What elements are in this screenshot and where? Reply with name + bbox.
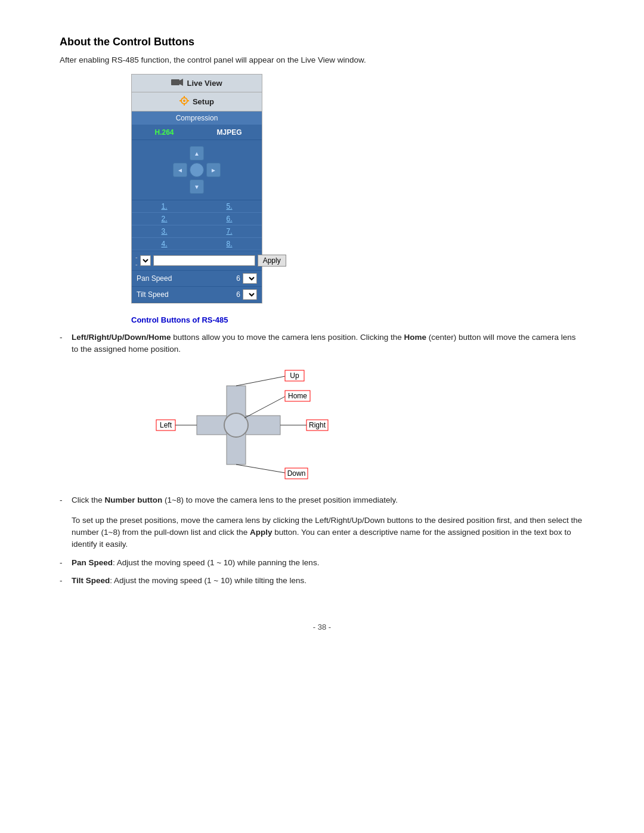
pan-speed-value: 6 — [236, 274, 240, 283]
preset-6[interactable]: 6. — [197, 213, 262, 225]
mjpeg-codec: MJPEG — [197, 125, 262, 140]
svg-line-11 — [236, 376, 285, 386]
bullet-dash-1: - — [60, 332, 72, 356]
caption: Control Buttons of RS-485 — [131, 315, 584, 324]
preset-8[interactable]: 8. — [197, 238, 262, 250]
live-view-row: Live View — [132, 75, 262, 92]
svg-rect-0 — [171, 79, 179, 85]
compression-label: Compression — [132, 112, 262, 125]
svg-point-10 — [224, 413, 248, 437]
dpad-control: ▲ ▼ ◄ ► — [173, 146, 221, 194]
svg-text:Home: Home — [288, 392, 307, 400]
apply-dash: -- — [135, 253, 138, 268]
live-view-icon — [171, 78, 183, 88]
pan-speed-row: Pan Speed 6 ▼ — [132, 271, 262, 287]
preset-7[interactable]: 7. — [197, 225, 262, 238]
svg-text:Right: Right — [309, 421, 326, 429]
home-button[interactable] — [190, 163, 204, 177]
preset-2[interactable]: 2. — [132, 213, 197, 225]
setup-row: Setup — [132, 92, 262, 112]
bullet-dash-tilt: - — [60, 575, 72, 587]
tilt-speed-value: 6 — [236, 290, 240, 299]
dpad-panel: ▲ ▼ ◄ ► — [132, 140, 262, 200]
svg-point-3 — [183, 100, 185, 102]
bullet-content-pan: Pan Speed: Adjust the moving speed (1 ~ … — [72, 557, 584, 569]
tilt-speed-row: Tilt Speed 6 ▼ — [132, 287, 262, 303]
dpad-diagram: Up Home Left Right Down — [155, 366, 322, 485]
down-button[interactable]: ▼ — [190, 179, 204, 194]
bullet-section-3: - Pan Speed: Adjust the moving speed (1 … — [60, 557, 584, 587]
pan-speed-select[interactable]: ▼ — [243, 273, 257, 284]
control-panel-ui: Live View Setup Compression H.264 MJPEG — [131, 74, 262, 304]
preset-numbers: 1. 5. 2. 6. 3. 7. 4. 8. — [132, 200, 262, 251]
bullet-dash-pan: - — [60, 557, 72, 569]
page-number: - 38 - — [60, 623, 584, 631]
bullet-item-1: - Left/Right/Up/Down/Home buttons allow … — [60, 332, 584, 356]
preset-3[interactable]: 3. — [132, 225, 197, 238]
svg-text:Down: Down — [287, 469, 306, 478]
bullet-dash-2: - — [60, 494, 72, 506]
right-button[interactable]: ► — [206, 163, 221, 177]
bullet-content-tilt: Tilt Speed: Adjust the moving speed (1 ~… — [72, 575, 584, 587]
preset-5[interactable]: 5. — [197, 200, 262, 213]
preset-name-input[interactable] — [153, 255, 255, 266]
intro-text: After enabling RS-485 function, the cont… — [60, 55, 584, 64]
svg-text:Up: Up — [290, 371, 299, 380]
apply-button[interactable]: Apply — [258, 255, 286, 267]
bullet-content-2: Click the Number button (1~8) to move th… — [72, 494, 584, 506]
svg-marker-1 — [179, 79, 183, 86]
control-panel-image: Live View Setup Compression H.264 MJPEG — [60, 74, 584, 304]
apply-row: -- ▼ Apply — [132, 251, 262, 271]
setup-icon — [179, 96, 189, 107]
preset-select[interactable]: ▼ — [140, 255, 151, 266]
bullet-section-1: - Left/Right/Up/Down/Home buttons allow … — [60, 332, 584, 356]
section-title: About the Control Buttons — [60, 36, 584, 48]
tilt-speed-label: Tilt Speed — [137, 290, 236, 299]
indent-paragraph: To set up the preset positions, move the… — [72, 515, 584, 551]
dpad-diagram-svg: Up Home Left Right Down — [155, 366, 346, 485]
bullet-item-tilt: - Tilt Speed: Adjust the moving speed (1… — [60, 575, 584, 587]
live-view-label: Live View — [187, 79, 222, 88]
svg-line-15 — [236, 465, 285, 473]
left-button[interactable]: ◄ — [173, 163, 187, 177]
up-button[interactable]: ▲ — [190, 146, 204, 160]
codec-row: H.264 MJPEG — [132, 125, 262, 140]
svg-line-12 — [244, 397, 285, 418]
bullet-item-pan: - Pan Speed: Adjust the moving speed (1 … — [60, 557, 584, 569]
pan-speed-label: Pan Speed — [137, 274, 236, 283]
svg-text:Left: Left — [160, 421, 172, 429]
bullet-section-2: - Click the Number button (1~8) to move … — [60, 494, 584, 506]
preset-4[interactable]: 4. — [132, 238, 197, 250]
h264-codec: H.264 — [132, 125, 197, 140]
bullet-content-1: Left/Right/Up/Down/Home buttons allow yo… — [72, 332, 584, 356]
tilt-speed-select[interactable]: ▼ — [243, 289, 257, 300]
bullet-item-2: - Click the Number button (1~8) to move … — [60, 494, 584, 506]
preset-1[interactable]: 1. — [132, 200, 197, 213]
setup-label: Setup — [193, 97, 214, 106]
